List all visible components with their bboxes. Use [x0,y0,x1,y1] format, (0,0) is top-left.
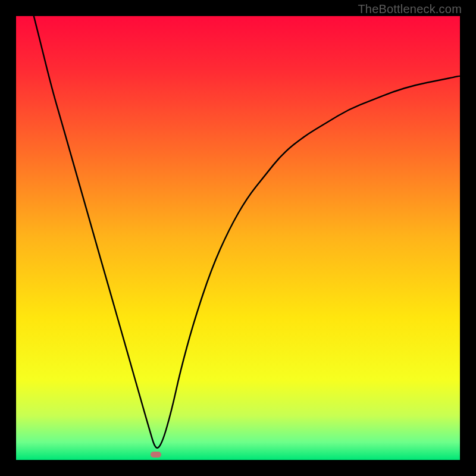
plot-area [16,16,460,460]
minimum-marker [151,452,161,458]
chart-frame: TheBottleneck.com [0,0,476,476]
bottleneck-curve [16,16,460,460]
watermark-text: TheBottleneck.com [358,2,462,16]
